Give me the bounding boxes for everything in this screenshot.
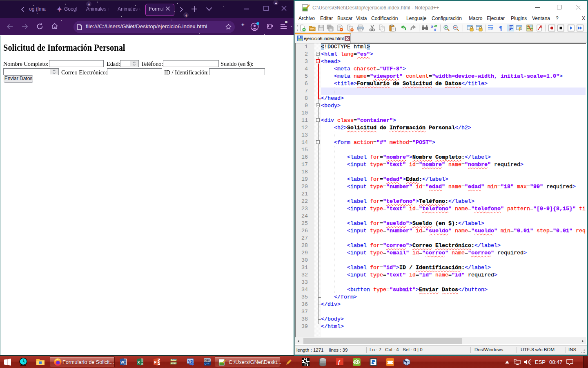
svg-text:DEV: DEV [205, 359, 210, 362]
svg-text:P: P [154, 360, 157, 364]
svg-text:VB: VB [188, 359, 193, 364]
svg-text:W: W [120, 360, 124, 364]
svg-text:X: X [138, 360, 140, 364]
svg-text:C++: C++ [205, 362, 209, 365]
